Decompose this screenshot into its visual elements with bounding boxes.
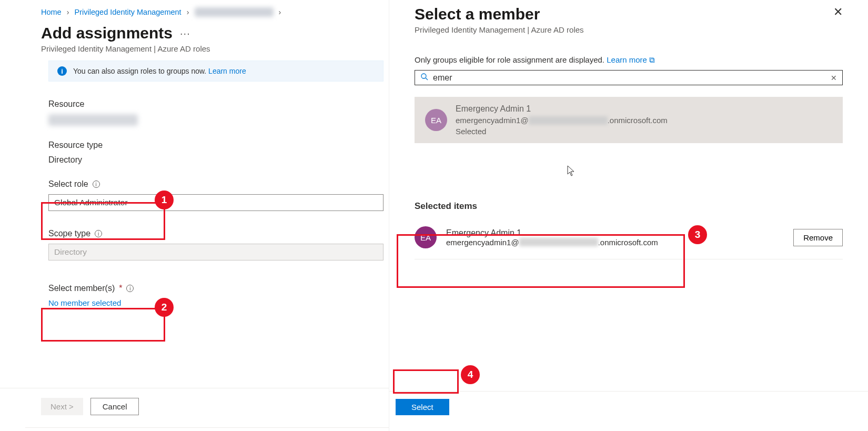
- member-search-box[interactable]: ✕: [415, 70, 843, 85]
- panel-title: Select a member: [415, 5, 540, 23]
- banner-learn-more-link[interactable]: Learn more: [208, 67, 246, 75]
- select-role-label: Select role: [48, 179, 88, 189]
- field-select-members: Select member(s) * i No member selected: [48, 284, 383, 307]
- scope-type-label: Scope type: [48, 229, 90, 238]
- callout-box-2: [41, 308, 165, 342]
- info-banner: i You can also assign roles to groups no…: [48, 61, 383, 82]
- svg-point-0: [421, 74, 426, 78]
- resource-value-redacted: [48, 114, 138, 126]
- select-button[interactable]: Select: [396, 399, 449, 415]
- info-icon: i: [57, 66, 67, 76]
- more-menu[interactable]: ···: [180, 27, 190, 39]
- external-link-icon: ⧉: [649, 55, 655, 64]
- info-icon[interactable]: i: [95, 230, 102, 237]
- panel-subtitle: Privileged Identity Management | Azure A…: [415, 25, 843, 34]
- cancel-button[interactable]: Cancel: [90, 398, 139, 415]
- info-icon[interactable]: i: [126, 285, 134, 292]
- result-state: Selected: [456, 127, 668, 136]
- info-icon[interactable]: i: [93, 181, 100, 188]
- svg-line-1: [426, 78, 428, 80]
- search-icon: [420, 73, 429, 83]
- cursor-icon: [567, 165, 576, 179]
- selected-item-row: EA Emergency Admin 1 emergencyadmin1@.on…: [415, 221, 843, 254]
- banner-text: You can also assign roles to groups now.: [73, 67, 206, 75]
- chevron-right-icon: ›: [67, 8, 69, 16]
- select-role-dropdown[interactable]: Global Administrator: [48, 194, 383, 211]
- field-scope-type: Scope type i Directory: [48, 229, 383, 260]
- resource-type-value: Directory: [48, 155, 383, 165]
- field-resource: Resource: [48, 99, 383, 126]
- resource-label: Resource: [48, 99, 383, 109]
- crumb-redacted: [195, 7, 274, 17]
- avatar: EA: [425, 109, 447, 131]
- breadcrumb: Home › Privileged Identity Management › …: [41, 7, 383, 17]
- panel-footer: Select: [389, 391, 868, 415]
- callout-number-4: 4: [461, 365, 480, 384]
- resource-type-label: Resource type: [48, 141, 383, 150]
- scope-type-dropdown: Directory: [48, 244, 383, 260]
- scope-type-value: Directory: [54, 247, 87, 256]
- selected-email: emergencyadmin1@.onmicrosoft.com: [446, 238, 758, 247]
- chevron-right-icon: ›: [279, 8, 281, 16]
- panel-help-text: Only groups eligible for role assignment…: [415, 55, 604, 64]
- result-email: emergencyadmin1@.onmicrosoft.com: [456, 116, 668, 125]
- panel-learn-more-link[interactable]: Learn more ⧉: [607, 55, 655, 64]
- member-search-input[interactable]: [433, 73, 826, 83]
- page-subtitle: Privileged Identity Management | Azure A…: [41, 44, 383, 53]
- field-resource-type: Resource type Directory: [48, 141, 383, 165]
- selected-name: Emergency Admin 1: [446, 228, 758, 238]
- result-name: Emergency Admin 1: [456, 104, 668, 114]
- page-title: Add assignments: [41, 24, 173, 42]
- required-asterisk: *: [119, 284, 122, 293]
- clear-search-icon[interactable]: ✕: [831, 74, 837, 82]
- email-redacted: [519, 238, 598, 246]
- field-select-role: Select role i Global Administrator: [48, 179, 383, 211]
- callout-box-4: [393, 369, 459, 394]
- email-redacted: [529, 116, 608, 125]
- avatar: EA: [415, 226, 437, 248]
- selected-items-heading: Selected items: [415, 201, 843, 212]
- no-member-selected-link[interactable]: No member selected: [48, 298, 383, 307]
- select-role-value: Global Administrator: [54, 198, 128, 207]
- close-icon[interactable]: ✕: [833, 5, 843, 19]
- crumb-pim[interactable]: Privileged Identity Management: [75, 8, 181, 16]
- crumb-home[interactable]: Home: [41, 8, 62, 16]
- next-button: Next >: [41, 398, 83, 415]
- chevron-right-icon: ›: [187, 8, 189, 16]
- remove-button[interactable]: Remove: [793, 229, 843, 246]
- search-result-item[interactable]: EA Emergency Admin 1 emergencyadmin1@.on…: [415, 97, 843, 143]
- select-members-label: Select member(s): [48, 284, 115, 293]
- footer-bar: Next > Cancel: [0, 388, 389, 415]
